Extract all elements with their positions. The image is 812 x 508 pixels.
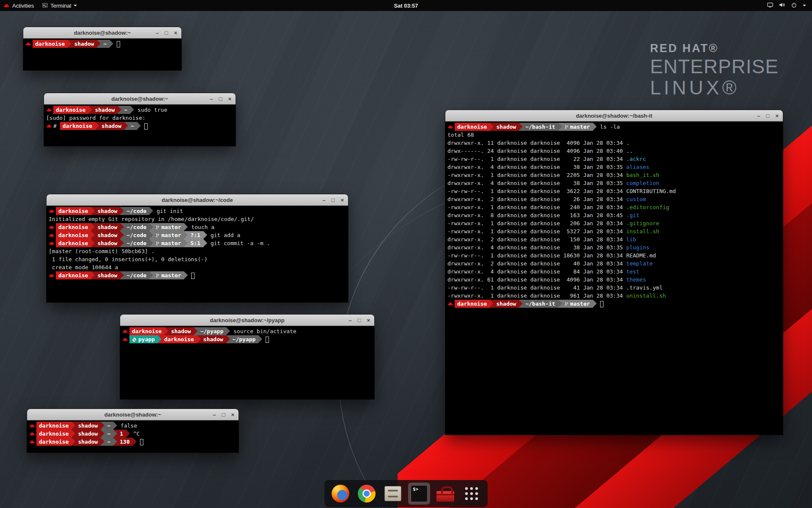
powerline-separator xyxy=(113,430,117,438)
terminal-text xyxy=(137,439,140,445)
powerline-separator xyxy=(130,106,134,114)
titlebar[interactable]: darknoise@shadow:~ – □ × xyxy=(23,27,181,39)
maximize-button[interactable]: □ xyxy=(165,30,168,36)
powerline-separator xyxy=(184,231,188,239)
terminal-content[interactable]: darknoiseshadow~ sudo true[sudo] passwor… xyxy=(44,105,236,146)
prompt-segment: darknoise xyxy=(36,430,71,438)
app-grid-icon xyxy=(464,486,479,501)
prompt-segment: darknoise xyxy=(56,223,91,231)
chrome-icon xyxy=(358,485,376,502)
terminal-window-pyapp[interactable]: darknoise@shadow:~/pyapp – □ × darknoise… xyxy=(120,315,374,399)
terminal-cursor xyxy=(117,41,120,47)
dock-toolbox[interactable] xyxy=(434,483,456,505)
minimize-button[interactable]: – xyxy=(322,197,325,203)
terminal-text: -rwxrwxr-x. 1 darknoise darknoise 961 Ja… xyxy=(447,293,626,299)
display-icon xyxy=(767,3,773,9)
close-button[interactable]: × xyxy=(367,318,370,323)
terminal-text: -rwxrwxr-x. 1 darknoise darknoise 206 Ja… xyxy=(447,220,626,226)
powerline-separator xyxy=(113,422,117,430)
close-button[interactable]: × xyxy=(231,412,234,417)
dock-terminal[interactable]: $> xyxy=(408,483,430,505)
titlebar[interactable]: darknoise@shadow:~ – □ × xyxy=(44,93,236,105)
terminal-text: custom xyxy=(626,196,646,202)
powerline-separator xyxy=(120,271,124,279)
dock-show-apps[interactable] xyxy=(461,483,483,505)
prompt-segment: darknoise xyxy=(56,207,91,215)
firefox-icon xyxy=(332,485,349,502)
prompt-segment: darknoise xyxy=(53,106,88,114)
terminal-text: [sudo] password for darknoise: xyxy=(46,115,149,121)
redhat-prompt-icon xyxy=(49,207,56,215)
terminal-text: drwxrwxr-x. 2 darknoise darknoise 26 Jan… xyxy=(447,196,626,202)
prompt-segment: shadow xyxy=(95,231,120,239)
minimize-button[interactable]: – xyxy=(213,412,216,417)
prompt-segment: S:1 xyxy=(188,239,203,247)
maximize-button[interactable]: □ xyxy=(358,318,361,323)
terminal-window-bash-it[interactable]: darknoise@shadow:~/bash-it – □ × darknoi… xyxy=(445,110,783,435)
powerline-separator xyxy=(158,335,162,343)
titlebar[interactable]: darknoise@shadow:~/pyapp – □ × xyxy=(120,315,374,326)
close-button[interactable]: × xyxy=(775,113,779,119)
terminal-text: CONTRIBUTING.md xyxy=(626,188,676,194)
terminal-line: drwx------. 24 darknoise darknoise 4096 … xyxy=(447,147,781,155)
terminal-text xyxy=(188,272,191,279)
prompt-segment: ~/code xyxy=(124,231,149,239)
window-title: darknoise@shadow:~ xyxy=(74,30,131,36)
terminal-content[interactable]: darknoiseshadow~/code git initInitialize… xyxy=(47,206,348,302)
terminal-window-home-2[interactable]: darknoise@shadow:~ – □ × darknoiseshadow… xyxy=(27,409,239,453)
branding-linux: LINUX® xyxy=(650,77,779,99)
prompt-segment: ?:1 xyxy=(188,231,203,239)
terminal-window-home-1[interactable]: darknoise@shadow:~ – □ × darknoiseshadow… xyxy=(23,27,181,70)
minimize-button[interactable]: – xyxy=(348,318,351,323)
window-title: darknoise@shadow:~/pyapp xyxy=(210,317,284,323)
powerline-separator xyxy=(101,438,104,446)
maximize-button[interactable]: □ xyxy=(219,96,222,102)
powerline-separator xyxy=(593,300,597,308)
clock[interactable]: Sat 03:57 xyxy=(394,3,418,9)
dock-files[interactable] xyxy=(382,483,404,505)
minimize-button[interactable]: – xyxy=(757,113,760,119)
activities-button[interactable]: Activities xyxy=(3,3,34,9)
terminal-text: themes xyxy=(626,276,646,283)
maximize-button[interactable]: □ xyxy=(222,412,225,417)
powerline-separator xyxy=(68,40,71,48)
terminal-content[interactable]: darknoiseshadow~ falsedarknoiseshadow~1 … xyxy=(27,420,239,453)
prompt-segment: 1 xyxy=(117,430,126,438)
terminal-text: Initialized empty Git repository in /hom… xyxy=(49,216,254,222)
powerline-separator xyxy=(149,207,153,215)
close-button[interactable]: × xyxy=(340,197,344,203)
maximize-button[interactable]: □ xyxy=(332,197,335,203)
minimize-button[interactable]: – xyxy=(210,96,213,102)
terminal-content[interactable]: darknoiseshadow~/bash-itmaster ls -latot… xyxy=(445,121,783,435)
prompt-segment: ~/code xyxy=(124,239,149,247)
dock-firefox[interactable] xyxy=(329,483,351,505)
redhat-prompt-icon xyxy=(29,430,36,438)
powerline-separator xyxy=(113,438,117,446)
system-status-area[interactable] xyxy=(767,2,812,9)
terminal-window-sudo[interactable]: darknoise@shadow:~ – □ × darknoiseshadow… xyxy=(44,93,236,146)
terminal-window-code[interactable]: darknoise@shadow:~/code – □ × darknoises… xyxy=(47,194,348,302)
titlebar[interactable]: darknoise@shadow:~/bash-it – □ × xyxy=(445,110,783,121)
terminal-line: darknoiseshadow~ false xyxy=(29,422,236,430)
prompt-segment: shadow xyxy=(75,430,101,438)
close-button[interactable]: × xyxy=(228,96,231,102)
app-menu-terminal[interactable]: Terminal xyxy=(42,3,77,9)
dock-chrome[interactable] xyxy=(356,483,378,505)
terminal-content[interactable]: darknoiseshadow~/pyapp source bin/activa… xyxy=(120,326,374,399)
titlebar[interactable]: darknoise@shadow:~/code – □ × xyxy=(47,194,348,206)
minimize-button[interactable]: – xyxy=(156,30,159,36)
terminal-content[interactable]: darknoiseshadow~ xyxy=(23,39,181,70)
terminal-text: git commit -a -m . xyxy=(207,240,270,246)
terminal-line: -rw-rw-r--. 1 darknoise darknoise 18630 … xyxy=(447,251,781,260)
close-button[interactable]: × xyxy=(174,30,177,36)
maximize-button[interactable]: □ xyxy=(766,113,770,119)
prompt-segment: darknoise xyxy=(33,40,68,48)
branding-enterprise: ENTERPRISE xyxy=(650,56,779,77)
chevron-down-icon xyxy=(74,5,77,6)
powerline-separator xyxy=(519,300,523,308)
powerline-separator xyxy=(101,430,104,438)
titlebar[interactable]: darknoise@shadow:~ – □ × xyxy=(27,409,239,420)
terminal-line: darknoiseshadow~/bash-itmaster ls -la xyxy=(447,123,781,131)
prompt-segment: master xyxy=(562,300,593,308)
prompt-segment: shadow xyxy=(95,271,120,279)
